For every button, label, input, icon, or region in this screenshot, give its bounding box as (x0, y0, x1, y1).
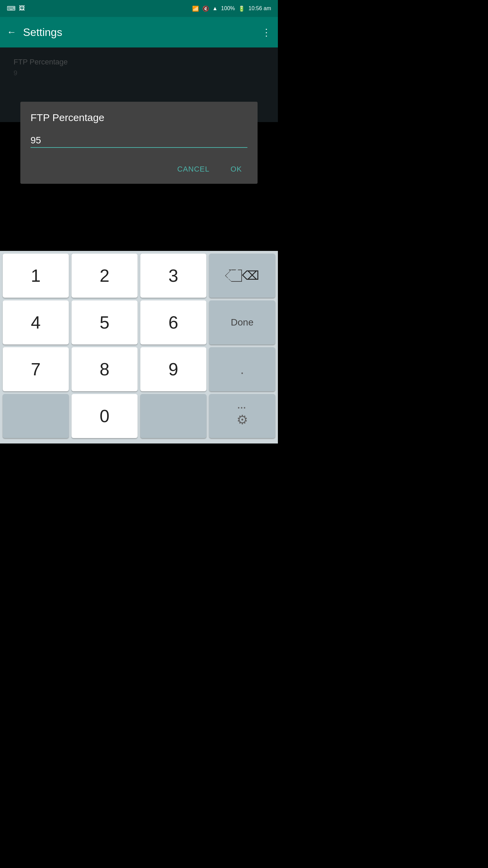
keyboard-icon: ⌨ (7, 5, 16, 12)
key-2[interactable]: 2 (72, 254, 138, 298)
key-empty-left (3, 394, 69, 438)
image-icon: 🖼 (19, 5, 25, 12)
keyboard-row-1: 1 2 3 ⌫ (3, 254, 275, 298)
decimal-key[interactable]: . (209, 347, 275, 391)
keyboard-row-4: 0 ••• ⚙ (3, 394, 275, 438)
ftp-dialog: FTP Percentage CANCEL OK (20, 102, 258, 184)
page-title: Settings (23, 26, 262, 39)
done-key[interactable]: Done (209, 300, 275, 344)
key-3[interactable]: 3 (140, 254, 206, 298)
volume-mute-icon: 🔇 (202, 5, 209, 12)
key-0[interactable]: 0 (72, 394, 138, 438)
key-1[interactable]: 1 (3, 254, 69, 298)
key-4[interactable]: 4 (3, 300, 69, 344)
numeric-keyboard: 1 2 3 ⌫ 4 5 6 Done 7 8 9 . 0 • (0, 251, 278, 443)
battery-icon: 🔋 (238, 5, 245, 12)
ok-button[interactable]: OK (225, 161, 247, 177)
status-bar: ⌨ 🖼 📶 🔇 ▲ 100% 🔋 10:56 am (0, 0, 278, 17)
key-empty-right (140, 394, 206, 438)
time-label: 10:56 am (248, 5, 271, 12)
status-bar-right: 📶 🔇 ▲ 100% 🔋 10:56 am (192, 5, 271, 12)
menu-button[interactable]: ⋮ (262, 27, 271, 38)
signal-icon: ▲ (212, 5, 218, 12)
key-7[interactable]: 7 (3, 347, 69, 391)
key-9[interactable]: 9 (140, 347, 206, 391)
battery-label: 100% (221, 5, 235, 12)
settings-key[interactable]: ••• ⚙ (209, 394, 275, 438)
back-button[interactable]: ← (7, 27, 16, 38)
app-bar: ← Settings ⋮ (0, 17, 278, 47)
keyboard-row-2: 4 5 6 Done (3, 300, 275, 344)
key-8[interactable]: 8 (72, 347, 138, 391)
backspace-key[interactable]: ⌫ (209, 254, 275, 298)
ftp-input[interactable] (30, 134, 247, 148)
cancel-button[interactable]: CANCEL (172, 161, 215, 177)
dialog-actions: CANCEL OK (30, 158, 247, 177)
status-bar-left-icons: ⌨ 🖼 (7, 5, 25, 12)
key-6[interactable]: 6 (140, 300, 206, 344)
keyboard-row-3: 7 8 9 . (3, 347, 275, 391)
dialog-input-wrapper (30, 134, 247, 148)
bluetooth-icon: 📶 (192, 5, 199, 12)
dialog-title: FTP Percentage (30, 112, 247, 123)
dialog-wrapper: FTP Percentage CANCEL OK (20, 102, 258, 184)
key-5[interactable]: 5 (72, 300, 138, 344)
